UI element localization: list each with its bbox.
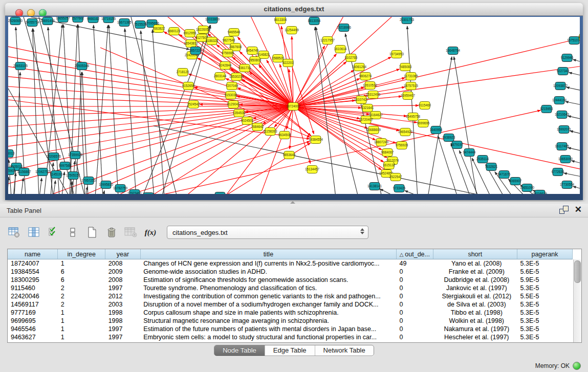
network-node[interactable]: 9361731 bbox=[238, 64, 251, 72]
network-node[interactable]: 20206576 bbox=[47, 153, 61, 161]
tab-network-table[interactable]: Network Table bbox=[315, 345, 374, 356]
cell-out_de[interactable]: 0 bbox=[397, 300, 433, 309]
cell-title[interactable]: Structural magnetic resonance image aver… bbox=[140, 317, 396, 325]
cell-name[interactable]: 9777169 bbox=[8, 309, 58, 317]
network-node[interactable]: 7684642 bbox=[251, 123, 264, 131]
network-node[interactable]: 20653105 bbox=[13, 62, 28, 70]
cell-name[interactable]: 18300295 bbox=[8, 276, 58, 284]
cell-out_de[interactable]: 49 bbox=[397, 259, 433, 268]
cell-in_degree[interactable]: 1 bbox=[58, 317, 105, 325]
cell-year[interactable]: 2003 bbox=[105, 300, 141, 309]
network-node[interactable]: 12093872 bbox=[553, 82, 568, 90]
network-node[interactable]: 2803144 bbox=[214, 73, 227, 80]
cell-short[interactable]: Nakamura et al. (1997) bbox=[433, 325, 517, 333]
table-row[interactable]: 1938455462009Genome-wide association stu… bbox=[8, 268, 573, 276]
network-node[interactable]: 24055714 bbox=[25, 19, 40, 27]
network-node[interactable]: 9152654 bbox=[182, 82, 195, 90]
new-column-button[interactable] bbox=[85, 225, 99, 239]
cell-pagerank[interactable]: 5.3E-5 bbox=[517, 325, 573, 333]
table-row[interactable]: 1830029562008Estimation of significance … bbox=[8, 276, 573, 284]
network-node[interactable]: 9806274 bbox=[359, 73, 372, 80]
network-node[interactable]: 25260650 bbox=[8, 17, 23, 25]
column-header-title[interactable]: title bbox=[140, 249, 396, 259]
network-node[interactable]: 20301753 bbox=[400, 17, 415, 24]
network-node[interactable]: 2718120 bbox=[177, 69, 189, 76]
network-node[interactable]: 19218986 bbox=[337, 24, 352, 32]
network-node[interactable]: 18724007 bbox=[286, 103, 301, 111]
float-panel-icon[interactable] bbox=[559, 206, 569, 214]
network-node[interactable]: 16782759 bbox=[113, 185, 128, 192]
cell-year[interactable]: 1997 bbox=[105, 284, 141, 292]
cell-in_degree[interactable]: 1 bbox=[58, 333, 105, 341]
network-node[interactable]: 8613304 bbox=[274, 17, 287, 24]
network-node[interactable]: 7632621 bbox=[485, 163, 498, 171]
network-node[interactable]: 9474444 bbox=[463, 149, 476, 157]
cell-name[interactable]: 9699695 bbox=[8, 317, 58, 325]
memory-ok-indicator[interactable] bbox=[573, 362, 581, 370]
network-node[interactable]: 8660123 bbox=[168, 28, 181, 35]
network-node[interactable]: 822203 bbox=[282, 59, 294, 67]
network-node[interactable]: 9997588 bbox=[59, 162, 72, 170]
network-node[interactable]: 10719155 bbox=[101, 17, 116, 23]
network-node[interactable]: 1321641 bbox=[361, 104, 374, 112]
network-node[interactable]: 16648784 bbox=[446, 47, 461, 55]
network-node[interactable]: 10688609 bbox=[366, 126, 381, 134]
cell-in_degree[interactable]: 6 bbox=[58, 276, 105, 284]
cell-out_de[interactable]: 0 bbox=[397, 276, 433, 284]
column-header-year[interactable]: year bbox=[105, 249, 141, 259]
table-row[interactable]: 1456911722003Disruption of a novel membe… bbox=[8, 300, 573, 309]
cell-name[interactable]: 9115460 bbox=[8, 284, 58, 292]
table-row[interactable]: 946362711997Embryonic stem cells: a mode… bbox=[8, 333, 573, 341]
window-titlebar[interactable]: citations_edges.txt bbox=[5, 3, 583, 16]
cell-short[interactable]: Stergiakouli et al. (2012) bbox=[433, 292, 517, 300]
cell-title[interactable]: Embryonic stem cells: a model to study s… bbox=[140, 333, 396, 341]
cell-year[interactable]: 2009 bbox=[105, 268, 141, 276]
network-node[interactable]: 15720407 bbox=[359, 116, 374, 124]
cell-out_de[interactable]: 0 bbox=[397, 333, 433, 341]
column-header-pagerank[interactable]: pagerank bbox=[517, 249, 573, 259]
network-node[interactable]: 8912955 bbox=[184, 30, 197, 37]
cell-year[interactable]: 2012 bbox=[105, 292, 141, 300]
network-node[interactable]: 16061264 bbox=[352, 63, 367, 71]
cell-short[interactable]: de Silva et al. (2003) bbox=[433, 300, 517, 309]
network-node[interactable]: 16543812 bbox=[184, 40, 199, 48]
cell-in_degree[interactable]: 1 bbox=[58, 325, 105, 333]
network-node[interactable]: 30691406 bbox=[40, 17, 55, 25]
network-node[interactable]: 10655257 bbox=[56, 17, 71, 23]
vertical-scrollbar[interactable] bbox=[573, 259, 581, 342]
network-node[interactable]: 18530214 bbox=[229, 73, 244, 81]
network-node[interactable]: 8186328 bbox=[206, 37, 219, 45]
network-node[interactable]: 9733426 bbox=[393, 185, 406, 192]
network-node[interactable]: 2522547 bbox=[389, 173, 402, 181]
column-header-short[interactable]: short bbox=[433, 249, 517, 259]
network-node[interactable]: 16210643 bbox=[555, 111, 570, 119]
network-node[interactable]: 10653090 bbox=[558, 156, 573, 163]
select-column-button[interactable] bbox=[27, 225, 41, 239]
cell-year[interactable]: 1997 bbox=[105, 325, 141, 333]
network-node[interactable]: 20531058 bbox=[213, 192, 228, 194]
cell-name[interactable]: 9465546 bbox=[8, 325, 58, 333]
network-node[interactable]: 12505151 bbox=[66, 172, 81, 180]
cell-name[interactable]: 9463627 bbox=[8, 333, 58, 341]
network-node[interactable]: 10651090 bbox=[520, 184, 535, 192]
cell-title[interactable]: Changes of HCN gene expression and I(f) … bbox=[140, 259, 396, 268]
network-node[interactable]: 1065907 bbox=[509, 178, 522, 185]
cell-name[interactable]: 18724007 bbox=[8, 259, 58, 268]
cell-in_degree[interactable]: 6 bbox=[58, 268, 105, 276]
network-node[interactable]: 12923461 bbox=[127, 190, 142, 194]
cell-out_de[interactable]: 0 bbox=[397, 325, 433, 333]
close-panel-icon[interactable]: ✕ bbox=[575, 206, 582, 214]
network-node[interactable]: 9115460 bbox=[419, 102, 431, 110]
network-node[interactable]: 12610532 bbox=[363, 82, 378, 90]
cell-in_degree[interactable]: 2 bbox=[58, 292, 105, 300]
network-node[interactable]: 11158393 bbox=[263, 128, 277, 136]
network-node[interactable]: 11254499 bbox=[285, 27, 299, 34]
cell-year[interactable]: 1998 bbox=[105, 317, 141, 325]
cell-pagerank[interactable]: 5.6E-5 bbox=[517, 268, 573, 276]
network-node[interactable]: 25495758 bbox=[406, 113, 421, 121]
cell-short[interactable]: Dudbridge et al. (2008) bbox=[433, 276, 517, 284]
cell-pagerank[interactable]: 5.3E-5 bbox=[517, 300, 573, 309]
network-node[interactable]: 19654923 bbox=[398, 128, 413, 136]
table-header-row[interactable]: namein_degreeyeartitle△out_de...shortpag… bbox=[8, 249, 573, 259]
network-node[interactable]: 11156867 bbox=[17, 168, 31, 176]
